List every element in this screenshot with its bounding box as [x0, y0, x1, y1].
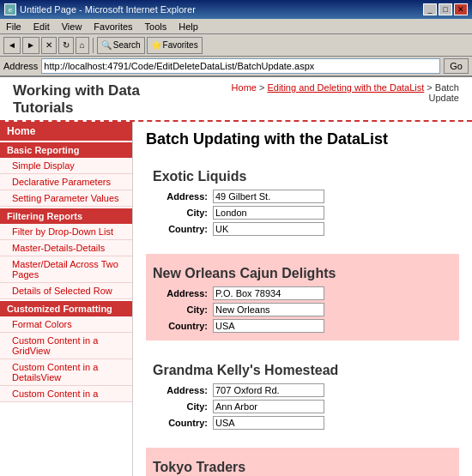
- country-input-0[interactable]: [213, 222, 324, 236]
- stop-button[interactable]: ✕: [41, 37, 57, 54]
- sidebar-item-master-details[interactable]: Master-Details-Details: [0, 240, 132, 256]
- page-title: Batch Updating with the DataList: [146, 130, 459, 148]
- menu-edit[interactable]: Edit: [31, 21, 52, 33]
- city-input-2[interactable]: [213, 400, 324, 413]
- city-input-1[interactable]: [213, 303, 324, 316]
- back-button[interactable]: ◄: [3, 37, 21, 54]
- city-row-0: City:: [153, 206, 452, 220]
- breadcrumb-home[interactable]: Home: [232, 82, 257, 93]
- supplier-name-2: Grandma Kelly's Homestead: [153, 363, 452, 378]
- breadcrumb: Home > Editing and Deleting with the Dat…: [202, 82, 459, 103]
- address-row-1: Address:: [153, 286, 452, 300]
- sidebar-item-master-detail-across[interactable]: Master/Detail Across Two Pages: [0, 256, 132, 283]
- sidebar-item-format-colors[interactable]: Format Colors: [0, 316, 132, 333]
- close-button[interactable]: ✕: [454, 3, 468, 15]
- supplier-block-0: Exotic Liquids Address: City: Country:: [146, 157, 459, 244]
- refresh-button[interactable]: ↻: [58, 37, 74, 54]
- window-title: Untitled Page - Microsoft Internet Explo…: [20, 4, 196, 15]
- city-input-0[interactable]: [213, 206, 324, 220]
- city-row-2: City:: [153, 400, 452, 413]
- country-label-0: Country:: [153, 224, 213, 234]
- address-row-2: Address:: [153, 383, 452, 397]
- menu-tools[interactable]: Tools: [142, 21, 170, 33]
- supplier-name-0: Exotic Liquids: [153, 169, 452, 184]
- separator: [93, 38, 94, 53]
- sidebar-section-filtering-reports[interactable]: Filtering Reports: [0, 208, 132, 224]
- menu-help[interactable]: Help: [176, 21, 201, 33]
- breadcrumb-section[interactable]: Editing and Deleting with the DataList: [267, 82, 424, 93]
- sidebar-item-filter-dropdown[interactable]: Filter by Drop-Down List: [0, 224, 132, 240]
- address-input-2[interactable]: [213, 383, 324, 397]
- menu-file[interactable]: File: [3, 21, 24, 33]
- address-label-2: Address:: [153, 385, 213, 395]
- address-label-0: Address:: [153, 191, 213, 202]
- address-row-0: Address:: [153, 190, 452, 203]
- country-row-0: Country:: [153, 222, 452, 236]
- forward-button[interactable]: ►: [22, 37, 39, 54]
- country-row-1: Country:: [153, 319, 452, 333]
- address-input[interactable]: [41, 58, 440, 74]
- toolbar: ◄ ► ✕ ↻ ⌂ 🔍 Search ⭐ Favorites: [0, 34, 472, 57]
- supplier-name-1: New Orleans Cajun Delights: [153, 266, 452, 281]
- address-label-1: Address:: [153, 288, 213, 298]
- sidebar-item-details-selected-row[interactable]: Details of Selected Row: [0, 283, 132, 299]
- favorites-button[interactable]: ⭐ Favorites: [147, 37, 203, 54]
- go-button[interactable]: Go: [444, 58, 469, 74]
- breadcrumb-current: Batch Update: [429, 82, 459, 103]
- sidebar-item-simple-display[interactable]: Simple Display: [0, 158, 132, 174]
- menu-view[interactable]: View: [59, 21, 85, 33]
- country-label-2: Country:: [153, 418, 213, 428]
- sidebar-item-setting-parameter-values[interactable]: Setting Parameter Values: [0, 190, 132, 207]
- sidebar-item-declarative-parameters[interactable]: Declarative Parameters: [0, 174, 132, 190]
- city-row-1: City:: [153, 303, 452, 316]
- country-input-1[interactable]: [213, 319, 324, 333]
- address-input-0[interactable]: [213, 190, 324, 203]
- country-input-2[interactable]: [213, 416, 324, 430]
- home-button[interactable]: ⌂: [76, 37, 89, 54]
- search-button[interactable]: 🔍 Search: [97, 37, 145, 54]
- supplier-block-1: New Orleans Cajun Delights Address: City…: [146, 254, 459, 340]
- address-bar: Address Go: [0, 57, 472, 77]
- supplier-block-3: Tokyo Traders Address: City: Country:: [146, 448, 459, 476]
- tutorials-title: Working with Data Tutorials: [0, 82, 202, 117]
- menu-bar: File Edit View Favorites Tools Help: [0, 19, 472, 34]
- sidebar-section-basic-reporting[interactable]: Basic Reporting: [0, 142, 132, 158]
- supplier-block-2: Grandma Kelly's Homestead Address: City:…: [146, 351, 459, 437]
- sidebar-item-custom-content-other[interactable]: Custom Content in a: [0, 386, 132, 402]
- menu-favorites[interactable]: Favorites: [91, 21, 135, 33]
- country-row-2: Country:: [153, 416, 452, 430]
- page-content: Home Basic Reporting Simple Display Decl…: [0, 122, 472, 476]
- sidebar: Home Basic Reporting Simple Display Decl…: [0, 122, 133, 476]
- address-label: Address: [3, 61, 38, 71]
- minimize-button[interactable]: _: [423, 3, 437, 15]
- supplier-name-3: Tokyo Traders: [153, 460, 452, 475]
- sidebar-section-customized-formatting[interactable]: Customized Formatting: [0, 301, 132, 316]
- address-input-1[interactable]: [213, 286, 324, 300]
- country-label-1: Country:: [153, 321, 213, 331]
- maximize-button[interactable]: □: [439, 3, 452, 15]
- sidebar-item-custom-content-detailsview[interactable]: Custom Content in a DetailsView: [0, 359, 132, 386]
- title-bar: e Untitled Page - Microsoft Internet Exp…: [0, 0, 472, 19]
- top-section: Working with Data Tutorials Home > Editi…: [0, 77, 472, 122]
- city-label-0: City:: [153, 208, 213, 218]
- city-label-1: City:: [153, 304, 213, 315]
- city-label-2: City:: [153, 401, 213, 412]
- sidebar-item-custom-content-gridview[interactable]: Custom Content in a GridView: [0, 333, 132, 359]
- browser-icon: e: [4, 3, 16, 15]
- sidebar-home[interactable]: Home: [0, 122, 132, 141]
- main-content: Batch Updating with the DataList Exotic …: [133, 122, 472, 476]
